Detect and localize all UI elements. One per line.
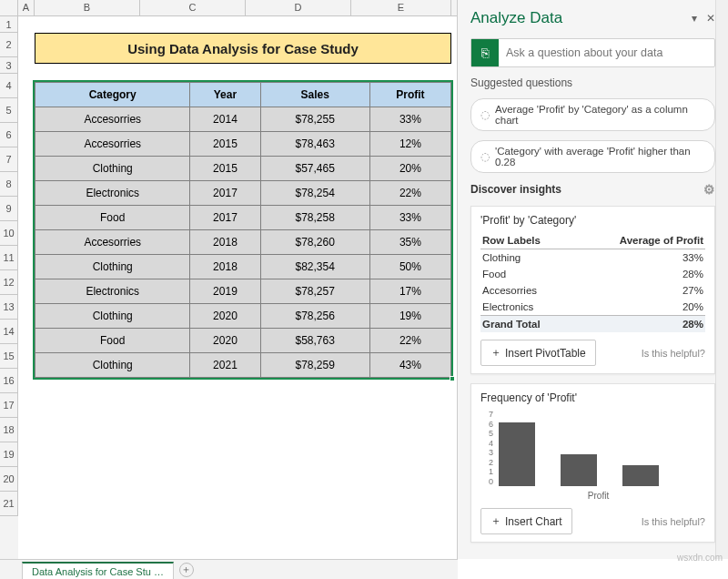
table-cell[interactable]: Clothing	[35, 353, 190, 378]
row-header[interactable]: 16	[0, 369, 18, 393]
table-row[interactable]: Accesorries2018$78,26035%	[35, 230, 451, 255]
table-row[interactable]: Electronics2017$78,25422%	[35, 181, 451, 206]
row-header[interactable]: 21	[0, 492, 18, 516]
select-all-corner[interactable]	[0, 0, 18, 15]
table-header-cell[interactable]: Profit	[369, 83, 450, 107]
table-cell[interactable]: 2015	[190, 157, 260, 181]
table-row[interactable]: Accesorries2014$78,25533%	[35, 107, 451, 132]
selection-handle-icon[interactable]	[450, 376, 455, 381]
add-sheet-button[interactable]: ＋	[179, 563, 194, 577]
table-cell[interactable]: $78,463	[260, 132, 369, 157]
table-cell[interactable]: Food	[35, 206, 190, 230]
is-helpful-link[interactable]: Is this helpful?	[642, 516, 705, 527]
row-header[interactable]: 6	[0, 123, 18, 147]
gear-icon[interactable]: ⚙	[703, 182, 715, 197]
table-cell[interactable]: 22%	[369, 181, 450, 206]
table-cell[interactable]: 2017	[190, 206, 260, 230]
table-cell[interactable]: 12%	[369, 132, 450, 157]
suggested-question-pill[interactable]: ◌ Average 'Profit' by 'Category' as a co…	[470, 98, 715, 131]
table-cell[interactable]: 2018	[190, 230, 260, 255]
pane-menu-icon[interactable]: ▾	[692, 12, 697, 25]
table-cell[interactable]: Clothing	[35, 157, 190, 181]
table-cell[interactable]: $78,259	[260, 353, 369, 378]
table-header-cell[interactable]: Sales	[260, 83, 369, 107]
question-search-box[interactable]: ⎘	[470, 38, 715, 67]
row-header[interactable]: 10	[0, 221, 18, 246]
table-row[interactable]: Food2020$58,76322%	[35, 329, 451, 353]
table-header-cell[interactable]: Category	[35, 83, 190, 107]
table-cell[interactable]: Food	[35, 329, 190, 353]
table-cell[interactable]: Accesorries	[35, 230, 190, 255]
data-table-selection[interactable]: CategoryYearSalesProfit Accesorries2014$…	[35, 82, 451, 378]
row-header[interactable]: 19	[0, 442, 18, 467]
table-cell[interactable]: 2017	[190, 181, 260, 206]
row-header[interactable]: 4	[0, 74, 18, 98]
row-header[interactable]: 18	[0, 418, 18, 442]
table-cell[interactable]: $82,354	[260, 255, 369, 279]
row-header[interactable]: 14	[0, 320, 18, 344]
close-icon[interactable]: ✕	[706, 12, 715, 25]
table-cell[interactable]: 22%	[369, 329, 450, 353]
table-cell[interactable]: 2021	[190, 353, 260, 378]
table-cell[interactable]: Clothing	[35, 255, 190, 279]
table-cell[interactable]: $58,763	[260, 329, 369, 353]
table-cell[interactable]: 2014	[190, 107, 260, 132]
table-row[interactable]: Electronics2019$78,25717%	[35, 279, 451, 304]
row-header[interactable]: 15	[0, 344, 18, 369]
column-header[interactable]: C	[140, 0, 246, 15]
column-header[interactable]: E	[351, 0, 451, 15]
table-cell[interactable]: $78,258	[260, 206, 369, 230]
row-header[interactable]: 7	[0, 147, 18, 172]
table-cell[interactable]: Accesorries	[35, 132, 190, 157]
table-row[interactable]: Accesorries2015$78,46312%	[35, 132, 451, 157]
table-row[interactable]: Clothing2021$78,25943%	[35, 353, 451, 378]
column-header[interactable]: D	[246, 0, 351, 15]
row-header[interactable]: 8	[0, 172, 18, 197]
column-header[interactable]: A	[18, 0, 35, 15]
column-header[interactable]: B	[35, 0, 140, 15]
row-header[interactable]: 5	[0, 98, 18, 123]
row-header[interactable]: 3	[0, 57, 18, 74]
table-cell[interactable]: $78,260	[260, 230, 369, 255]
is-helpful-link[interactable]: Is this helpful?	[642, 348, 705, 359]
table-cell[interactable]: 2020	[190, 329, 260, 353]
table-cell[interactable]: 20%	[369, 157, 450, 181]
table-cell[interactable]: 43%	[369, 353, 450, 378]
table-cell[interactable]: 35%	[369, 230, 450, 255]
table-cell[interactable]: $78,256	[260, 304, 369, 329]
table-cell[interactable]: 2018	[190, 255, 260, 279]
table-cell[interactable]: $78,257	[260, 279, 369, 304]
vertical-scrollbar[interactable]	[715, 0, 728, 559]
row-header[interactable]: 2	[0, 33, 18, 57]
table-cell[interactable]: 2019	[190, 279, 260, 304]
suggested-question-pill[interactable]: ◌ 'Category' with average 'Profit' highe…	[470, 140, 715, 173]
table-cell[interactable]: 2015	[190, 132, 260, 157]
table-cell[interactable]: 50%	[369, 255, 450, 279]
table-cell[interactable]: 33%	[369, 107, 450, 132]
table-cell[interactable]: 19%	[369, 304, 450, 329]
cells-grid[interactable]: Using Data Analysis for Case Study Categ…	[18, 16, 457, 559]
row-header[interactable]: 11	[0, 246, 18, 270]
table-row[interactable]: Clothing2015$57,46520%	[35, 157, 451, 181]
insert-pivottable-button[interactable]: ＋ Insert PivotTable	[480, 340, 596, 366]
table-cell[interactable]: Electronics	[35, 181, 190, 206]
table-cell[interactable]: 17%	[369, 279, 450, 304]
row-header[interactable]: 9	[0, 197, 18, 221]
row-header[interactable]: 13	[0, 295, 18, 320]
sheet-tab[interactable]: Data Analysis for Case Stu …	[22, 562, 174, 580]
sheet-title-merged-cell[interactable]: Using Data Analysis for Case Study	[35, 33, 451, 64]
table-row[interactable]: Clothing2018$82,35450%	[35, 255, 451, 279]
table-cell[interactable]: Accesorries	[35, 107, 190, 132]
row-header[interactable]: 1	[0, 16, 18, 33]
table-cell[interactable]: 33%	[369, 206, 450, 230]
table-cell[interactable]: Clothing	[35, 304, 190, 329]
table-cell[interactable]: $78,254	[260, 181, 369, 206]
table-cell[interactable]: Electronics	[35, 279, 190, 304]
table-row[interactable]: Clothing2020$78,25619%	[35, 304, 451, 329]
row-header[interactable]: 17	[0, 393, 18, 418]
insert-chart-button[interactable]: ＋ Insert Chart	[480, 508, 572, 534]
search-input[interactable]	[499, 46, 714, 59]
table-cell[interactable]: $57,465	[260, 157, 369, 181]
table-row[interactable]: Food2017$78,25833%	[35, 206, 451, 230]
table-header-cell[interactable]: Year	[190, 83, 260, 107]
